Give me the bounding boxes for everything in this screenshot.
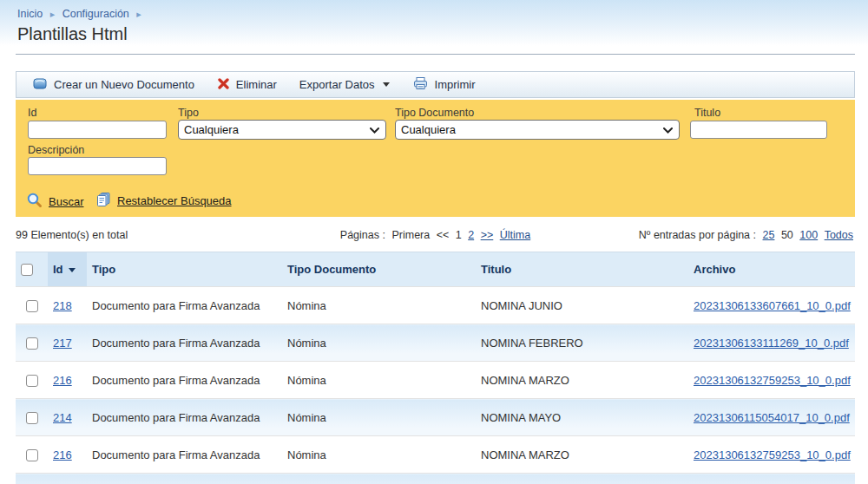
row-checkbox[interactable] xyxy=(26,375,38,387)
descripcion-input[interactable] xyxy=(28,157,167,175)
search-icon xyxy=(26,192,43,211)
prev-page-label: << xyxy=(437,229,450,241)
export-data-label: Exportar Datos xyxy=(299,78,375,91)
tipo-documento-label: Tipo Documento xyxy=(395,107,474,119)
row-id-link[interactable]: 216 xyxy=(53,374,72,387)
table-row: 214 Documento para Firma Avanzada Nómina… xyxy=(16,474,855,484)
sort-desc-icon xyxy=(69,268,76,272)
table-row: 214 Documento para Firma Avanzada Nómina… xyxy=(16,399,855,436)
search-button[interactable]: Buscar xyxy=(26,192,83,211)
tipo-documento-select[interactable]: Cualquiera xyxy=(395,120,680,140)
row-id-link[interactable]: 218 xyxy=(53,299,72,312)
row-tipo-documento: Nómina xyxy=(282,324,476,362)
delete-x-icon xyxy=(217,77,230,93)
print-label: Imprimir xyxy=(435,78,476,91)
table-row: 216 Documento para Firma Avanzada Nómina… xyxy=(16,436,855,474)
first-page-label: Primera xyxy=(391,229,430,241)
documents-table: Id Tipo Tipo Documento Titulo Archivo 21… xyxy=(16,252,855,484)
search-label: Buscar xyxy=(49,195,83,208)
column-header-archivo[interactable]: Archivo xyxy=(688,252,855,287)
delete-label: Eliminar xyxy=(236,78,277,91)
tipo-select[interactable]: Cualquiera xyxy=(178,120,386,140)
new-document-icon xyxy=(32,76,48,93)
create-document-button[interactable]: Crear un Nuevo Documento xyxy=(32,76,194,93)
row-archivo-link[interactable]: 20231306133111269_10_0.pdf xyxy=(694,337,849,350)
breadcrumb-arrow-icon: ▸ xyxy=(50,9,56,19)
page-2-link[interactable]: 2 xyxy=(468,229,474,241)
reset-search-icon xyxy=(95,192,111,210)
row-id-link[interactable]: 217 xyxy=(53,337,72,350)
row-checkbox[interactable] xyxy=(26,300,38,312)
per-page-25-link[interactable]: 25 xyxy=(763,229,775,241)
descripcion-label: Descripción xyxy=(28,144,84,156)
total-count: 99 Elemento(s) en total xyxy=(16,229,339,241)
breadcrumb-inicio[interactable]: Inicio xyxy=(17,8,43,20)
breadcrumb-configuracion[interactable]: Configuración xyxy=(62,8,129,20)
per-page-selector: Nº entradas por página : 25 50 100 Todos xyxy=(532,229,855,241)
pages-label: Páginas : xyxy=(340,229,385,241)
row-titulo: NOMINA MAYO xyxy=(476,474,688,484)
row-id-link[interactable]: 214 xyxy=(53,411,72,424)
row-tipo-documento: Nómina xyxy=(282,474,476,484)
id-label: Id xyxy=(28,107,36,119)
row-id-link[interactable]: 216 xyxy=(53,448,72,461)
per-page-50-current: 50 xyxy=(781,229,793,241)
id-input[interactable] xyxy=(28,121,167,139)
column-header-id[interactable]: Id xyxy=(48,252,87,287)
breadcrumb: Inicio ▸ Configuración ▸ xyxy=(17,8,146,20)
row-tipo: Documento para Firma Avanzada xyxy=(87,324,282,362)
row-archivo-link[interactable]: 20231306115054017_10_0.pdf xyxy=(694,411,850,424)
row-tipo: Documento para Firma Avanzada xyxy=(87,399,282,436)
row-checkbox[interactable] xyxy=(26,449,38,461)
breadcrumb-arrow-icon: ▸ xyxy=(136,9,141,19)
titulo-input[interactable] xyxy=(690,121,827,139)
pagination-bar: 99 Elemento(s) en total Páginas : Primer… xyxy=(16,219,855,252)
row-tipo: Documento para Firma Avanzada xyxy=(87,436,282,474)
print-button[interactable]: Imprimir xyxy=(412,76,476,93)
row-tipo-documento: Nómina xyxy=(282,362,476,399)
row-tipo: Documento para Firma Avanzada xyxy=(87,362,282,399)
column-header-titulo[interactable]: Titulo xyxy=(476,252,688,287)
titulo-label: Titulo xyxy=(694,107,720,119)
last-page-link[interactable]: Última xyxy=(500,229,530,241)
per-page-all-link[interactable]: Todos xyxy=(825,229,853,241)
reset-search-button[interactable]: Restablecer Búsqueda xyxy=(95,192,232,210)
plantillas-html-page: Inicio ▸ Configuración ▸ Plantillas Html xyxy=(0,0,868,484)
search-filter-panel: Id Tipo Cualquiera Tipo Documento Cualqu… xyxy=(16,100,855,217)
page-header: Inicio ▸ Configuración ▸ Plantillas Html xyxy=(0,0,868,54)
row-checkbox[interactable] xyxy=(26,412,38,424)
row-titulo: NOMINA MARZO xyxy=(476,436,688,474)
table-row: 216 Documento para Firma Avanzada Nómina… xyxy=(16,362,855,399)
select-all-checkbox[interactable] xyxy=(21,264,33,276)
header-divider xyxy=(16,54,855,55)
next-page-link[interactable]: >> xyxy=(481,229,494,241)
current-page-number: 1 xyxy=(456,229,462,241)
row-tipo-documento: Nómina xyxy=(282,287,476,324)
row-tipo-documento: Nómina xyxy=(282,436,476,474)
row-checkbox[interactable] xyxy=(26,337,38,350)
export-data-dropdown[interactable]: Exportar Datos xyxy=(299,78,390,91)
table-header-row: Id Tipo Tipo Documento Titulo Archivo xyxy=(16,252,855,287)
column-header-tipo-documento[interactable]: Tipo Documento xyxy=(282,252,476,287)
row-tipo-documento: Nómina xyxy=(282,399,476,436)
row-titulo: NOMINA MARZO xyxy=(476,362,688,399)
row-titulo: NOMINA MAYO xyxy=(476,399,688,436)
column-header-tipo[interactable]: Tipo xyxy=(87,252,282,287)
toolbar: Crear un Nuevo Documento Eliminar Export… xyxy=(16,71,855,98)
create-document-label: Crear un Nuevo Documento xyxy=(54,78,194,91)
table-row: 217 Documento para Firma Avanzada Nómina… xyxy=(16,324,855,362)
dropdown-arrow-icon xyxy=(383,82,390,87)
reset-search-label: Restablecer Búsqueda xyxy=(117,194,232,207)
per-page-100-link[interactable]: 100 xyxy=(799,229,818,241)
per-page-label: Nº entradas por página : xyxy=(639,229,756,241)
table-row: 218 Documento para Firma Avanzada Nómina… xyxy=(16,287,855,324)
page-navigation: Páginas : Primera << 1 2 >> Última xyxy=(339,229,532,241)
row-titulo: NOMINA FEBRERO xyxy=(476,324,688,362)
delete-button[interactable]: Eliminar xyxy=(217,77,277,93)
row-tipo: Documento para Firma Avanzada xyxy=(87,287,282,324)
row-archivo-link[interactable]: 20231306132759253_10_0.pdf xyxy=(694,448,851,461)
row-archivo-link[interactable]: 20231306132759253_10_0.pdf xyxy=(694,374,851,387)
row-archivo-link[interactable]: 20231306133607661_10_0.pdf xyxy=(694,299,851,312)
printer-icon xyxy=(412,76,429,93)
tipo-label: Tipo xyxy=(178,107,199,119)
